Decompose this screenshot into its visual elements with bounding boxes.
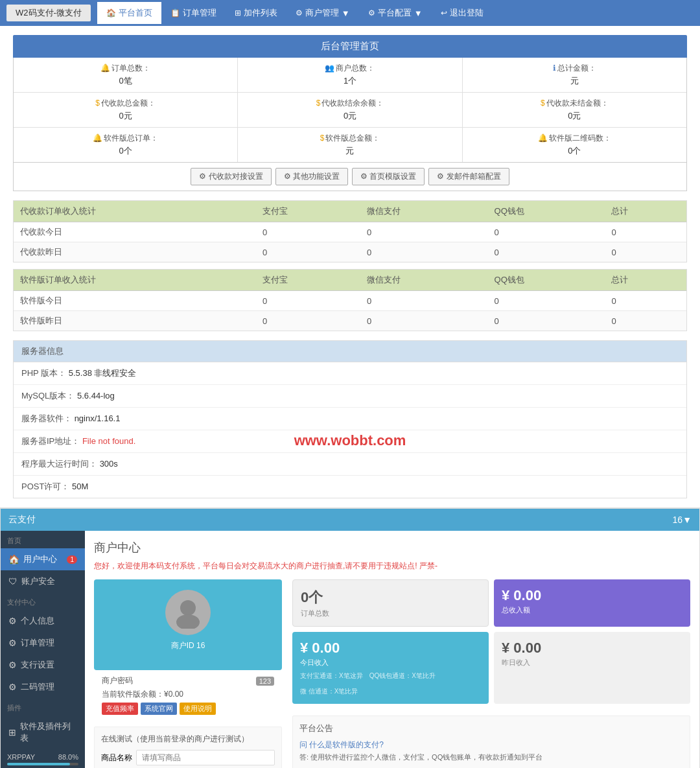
table-row: 软件版今日 0 0 0 0 — [14, 291, 686, 311]
svg-point-0 — [180, 600, 196, 616]
sidebar-item-software-list[interactable]: ⊞ 软件及插件列表 — [1, 716, 85, 749]
tag-official[interactable]: 系统官网 — [141, 703, 177, 715]
tag-recharge[interactable]: 充值频率 — [102, 703, 138, 715]
nav-tab-logout[interactable]: ↩ 退出登陆 — [432, 2, 493, 24]
orders-value: 0个 — [301, 588, 480, 607]
server-row-maxtime: 程序最大运行时间： 300s — [14, 453, 686, 476]
nav-tab-orders[interactable]: 📋 订单管理 — [161, 2, 226, 24]
nav-tab-plugins[interactable]: ⊞ 加件列表 — [226, 2, 286, 24]
btn-collection-settings[interactable]: ⚙ 代收款对接设置 — [191, 168, 271, 185]
usercenter-icon: 🏠 — [8, 554, 19, 564]
col-qq: QQ钱包 — [488, 201, 605, 222]
dashboard-header: 后台管理首页 — [13, 35, 687, 58]
security-icon: 🛡 — [8, 576, 18, 587]
col-alipay: 支付宝 — [256, 201, 360, 222]
stat-collection-balance: $代收款结余余额： 0元 — [238, 93, 462, 127]
sidebar-item-account-security[interactable]: 🛡 账户安全 — [1, 570, 85, 592]
nav-bar: W2码支付-微支付 🏠 平台首页 📋 订单管理 ⊞ 加件列表 ⚙ 商户管理 ▼ … — [0, 0, 700, 26]
stat-yesterday-income-box: ¥ 0.00 昨日收入 — [494, 632, 690, 704]
bank-icon: ⚙ — [8, 660, 17, 670]
stat-software-orders: 🔔软件版总订单： 0个 — [14, 128, 238, 162]
server-row-software: 服务器软件： nginx/1.16.1 — [14, 408, 686, 430]
avatar-image — [172, 596, 204, 629]
qr-icon: ⚙ — [8, 682, 17, 692]
sidebar-badge: 1 — [67, 555, 77, 564]
watermark: www.wobbt.com — [294, 432, 406, 449]
stats-row-1: 🔔订单总数： 0笔 👥商户总数： 1个 ℹ总计金额： 元 — [14, 58, 686, 93]
server-row-post: POST许可： 50M — [14, 476, 686, 498]
stat-software-amount: $软件版总金额： 元 — [238, 128, 462, 162]
server-section: 服务器信息 PHP 版本： 5.5.38 非线程安全 MySQL版本： 5.6.… — [13, 340, 687, 498]
nav-tab-merchants[interactable]: ⚙ 商户管理 ▼ — [286, 2, 359, 24]
yesterday-income-value: ¥ 0.00 — [502, 640, 682, 657]
nav-tab-config[interactable]: ⚙ 平台配置 ▼ — [359, 2, 432, 24]
progress-bar-xrppay — [7, 763, 78, 765]
merchant-title: 商户中心 — [94, 540, 690, 555]
table-row: 软件版昨日 0 0 0 0 — [14, 311, 686, 331]
faq-item-1: 问 什么是软件版的支付? 答: 使用软件进行监控个人微信，支付宝，QQ钱包账单，… — [299, 739, 683, 763]
progress-xrppay: XRPPAY 88.0% — [1, 749, 85, 768]
col-wechat2: 微信支付 — [360, 270, 488, 291]
password-badge: 123 — [256, 677, 274, 686]
nav-tabs: 🏠 平台首页 📋 订单管理 ⊞ 加件列表 ⚙ 商户管理 ▼ ⚙ 平台配置 ▼ — [97, 2, 493, 24]
test-form: 商品名称 付款金额 ⚡ 支付宝 — [101, 750, 275, 768]
profile-tags: 充值频率 系统官网 使用说明 — [102, 703, 274, 715]
today-subinfo: 支付宝通道：X笔这异 QQ钱包通道：X笔比升 微 信通道：X笔比异 — [300, 671, 481, 696]
second-body: 首页 🏠 用户中心 1 🛡 账户安全 支付中心 ⚙ 个人信息 ⚙ 订单管理 ⚙ — [1, 531, 699, 768]
main-content: 后台管理首页 🔔订单总数： 0笔 👥商户总数： 1个 ℹ总计金额： 元 — [0, 26, 700, 507]
profile-column: 商户ID 16 商户密码 123 当前软件版余额：¥0.00 充值频率 系统官网 — [94, 579, 282, 768]
sidebar: 首页 🏠 用户中心 1 🛡 账户安全 支付中心 ⚙ 个人信息 ⚙ 订单管理 ⚙ — [1, 531, 85, 768]
password-label: 商户密码 — [102, 675, 133, 686]
online-test: 在线测试（使用当前登录的商户进行测试） 商品名称 付款金额 — [94, 727, 282, 768]
app-title: W2码支付-微支付 — [6, 5, 91, 21]
btn-email-config[interactable]: ⚙ 发邮件邮箱配置 — [428, 168, 509, 185]
stat-today-income-box: ¥ 0.00 今日收入 支付宝通道：X笔这异 QQ钱包通道：X笔比升 微 信通道… — [292, 632, 489, 704]
server-row-ip: 服务器IP地址： File not found. www.wobbt.com — [14, 430, 686, 453]
stats-row-2: $代收款总金额： 0元 $代收款结余余额： 0元 $代收款未结金额： 0元 — [14, 93, 686, 128]
server-content: PHP 版本： 5.5.38 非线程安全 MySQL版本： 5.6.44-log… — [14, 362, 686, 498]
sidebar-item-order-mgmt[interactable]: ⚙ 订单管理 — [1, 632, 85, 654]
sidebar-section-home: 首页 — [1, 531, 85, 548]
stat-orders-box: 0个 订单总数 — [292, 579, 489, 627]
today-income-value: ¥ 0.00 — [300, 640, 481, 657]
faq-section: 平台公告 问 什么是软件版的支付? 答: 使用软件进行监控个人微信，支付宝，QQ… — [292, 716, 690, 768]
product-label: 商品名称 — [101, 752, 132, 763]
config-icon: ⚙ — [368, 8, 375, 17]
stats-faq-column: 0个 订单总数 ¥ 0.00 总收入额 ¥ 0.00 今日收入 — [292, 579, 690, 768]
tag-manual[interactable]: 使用说明 — [180, 703, 216, 715]
btn-page-template[interactable]: ⚙ 首页模版设置 — [352, 168, 425, 185]
sidebar-item-user-center[interactable]: 🏠 用户中心 1 — [1, 548, 85, 570]
home-icon: 🏠 — [106, 8, 116, 17]
server-header: 服务器信息 — [14, 341, 686, 362]
merchant-main: 商户中心 您好，欢迎使用本码支付系统，平台每日会对交易流水大的商户进行抽查,请不… — [85, 531, 699, 768]
collection-table: 代收款订单收入统计 支付宝 微信支付 QQ钱包 总计 代收款今日 0 0 0 0 — [13, 200, 687, 262]
sidebar-item-qr-mgmt[interactable]: ⚙ 二码管理 — [1, 676, 85, 698]
sidebar-item-bank-settings[interactable]: ⚙ 支行设置 — [1, 654, 85, 676]
faq-q-1: 问 什么是软件版的支付? — [299, 739, 683, 751]
avatar — [165, 590, 211, 635]
btn-other-settings[interactable]: ⚙ 其他功能设置 — [275, 168, 348, 185]
faq-a-1: 答: 使用软件进行监控个人微信，支付宝，QQ钱包账单，有收款折通知到平台 — [299, 752, 683, 763]
col-total: 总计 — [605, 201, 686, 222]
server-row-mysql: MySQL版本： 5.6.44-log — [14, 385, 686, 408]
server-row-php: PHP 版本： 5.5.38 非线程安全 — [14, 362, 686, 385]
software-icon: ⊞ — [8, 727, 16, 738]
orders-label: 订单总数 — [301, 609, 480, 618]
second-section: 云支付 16▼ 首页 🏠 用户中心 1 🛡 账户安全 支付中心 ⚙ 个人信息 ⚙… — [0, 508, 700, 768]
today-income-label: 今日收入 — [300, 658, 481, 668]
sidebar-item-personal-info[interactable]: ⚙ 个人信息 — [1, 610, 85, 632]
product-input[interactable] — [136, 750, 275, 765]
col-alipay2: 支付宝 — [256, 270, 360, 291]
col-software-header: 软件版订单收入统计 — [14, 270, 256, 291]
col-qq2: QQ钱包 — [488, 270, 605, 291]
second-header-right[interactable]: 16▼ — [673, 515, 692, 525]
personal-icon: ⚙ — [8, 616, 17, 626]
stat-software-qr: 🔔软件版二维码数： 0个 — [463, 128, 686, 162]
yesterday-income-label: 昨日收入 — [502, 658, 682, 668]
stat-collection-unpaid: $代收款未结金额： 0元 — [463, 93, 686, 127]
svg-point-1 — [176, 614, 200, 629]
nav-tab-home[interactable]: 🏠 平台首页 — [97, 2, 161, 24]
stats-panel: 🔔订单总数： 0笔 👥商户总数： 1个 ℹ总计金额： 元 $代收款总金额： 0元 — [13, 58, 687, 163]
stats-row-3: 🔔软件版总订单： 0个 $软件版总金额： 元 🔔软件版二维码数： 0个 — [14, 128, 686, 162]
stat-total-merchants: 👥商户总数： 1个 — [238, 58, 462, 92]
